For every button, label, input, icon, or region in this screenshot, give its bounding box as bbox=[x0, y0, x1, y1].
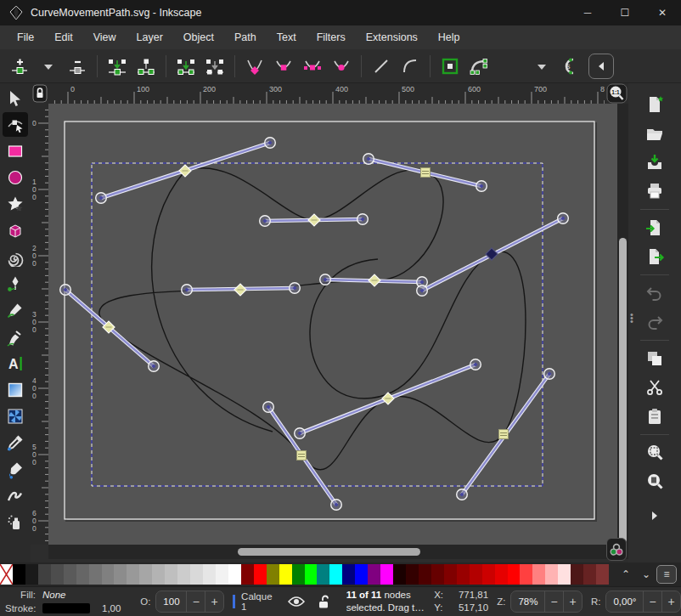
palette-swatch[interactable] bbox=[457, 564, 470, 585]
palette-swatch[interactable] bbox=[25, 564, 38, 585]
opacity-decrease-button[interactable]: − bbox=[186, 591, 205, 613]
palette-swatch[interactable] bbox=[583, 564, 596, 585]
palette-swatch[interactable] bbox=[380, 564, 393, 585]
palette-swatch[interactable] bbox=[267, 564, 279, 585]
more-options-dropdown-button[interactable] bbox=[527, 54, 556, 79]
stroke-width-value[interactable]: 1,00 bbox=[102, 602, 121, 615]
palette-swatch[interactable] bbox=[114, 564, 127, 585]
palette-swatch[interactable] bbox=[216, 564, 228, 585]
path-node-cusp[interactable] bbox=[499, 430, 509, 439]
palette-swatch[interactable] bbox=[495, 564, 508, 585]
palette-scroll-up[interactable]: ⌃ bbox=[616, 565, 636, 584]
menu-object[interactable]: Object bbox=[173, 28, 224, 47]
calligraphy-tool[interactable] bbox=[3, 325, 28, 349]
palette-swatch[interactable] bbox=[190, 564, 203, 585]
palette-swatch[interactable] bbox=[64, 564, 76, 585]
palette-swatch-none[interactable] bbox=[0, 564, 13, 585]
menu-layer[interactable]: Layer bbox=[127, 28, 173, 47]
pencil-tool[interactable] bbox=[3, 298, 28, 323]
selector-tool[interactable] bbox=[3, 86, 28, 110]
palette-swatch[interactable] bbox=[342, 564, 355, 585]
palette-swatch[interactable] bbox=[76, 564, 89, 585]
duplicate-button[interactable] bbox=[640, 346, 669, 371]
cut-button[interactable] bbox=[640, 375, 669, 400]
layer-visibility-toggle[interactable] bbox=[285, 591, 307, 612]
text-tool[interactable]: A bbox=[3, 351, 28, 376]
expand-panel-button[interactable] bbox=[640, 503, 669, 528]
palette-swatch[interactable] bbox=[228, 564, 241, 585]
paint-bucket-tool[interactable] bbox=[3, 457, 28, 482]
rotation-spinbox[interactable]: 0,00° − + bbox=[605, 591, 681, 613]
vertical-scrollbar-thumb[interactable] bbox=[619, 238, 627, 544]
zoom-decrease-button[interactable]: − bbox=[544, 591, 563, 613]
save-document-button[interactable] bbox=[640, 150, 669, 175]
palette-swatch[interactable] bbox=[482, 564, 495, 585]
palette-swatch[interactable] bbox=[545, 564, 558, 585]
palette-swatch[interactable] bbox=[292, 564, 305, 585]
export-image-button[interactable] bbox=[640, 244, 669, 269]
palette-swatch[interactable] bbox=[254, 564, 267, 585]
undo-button[interactable] bbox=[640, 280, 669, 306]
palette-swatch[interactable] bbox=[596, 564, 609, 585]
palette-swatch[interactable] bbox=[13, 564, 25, 585]
palette-swatch[interactable] bbox=[177, 564, 190, 585]
zoom-spinbox[interactable]: 78% − + bbox=[510, 591, 583, 613]
horizontal-scrollbar-thumb[interactable] bbox=[238, 548, 420, 556]
import-image-button[interactable] bbox=[640, 215, 669, 240]
opacity-increase-button[interactable]: + bbox=[205, 591, 223, 613]
menu-help[interactable]: Help bbox=[428, 28, 470, 47]
palette-swatch[interactable] bbox=[368, 564, 380, 585]
menu-text[interactable]: Text bbox=[267, 28, 307, 47]
opacity-spinbox[interactable]: 100 − + bbox=[155, 591, 224, 613]
segment-line-button[interactable] bbox=[367, 54, 396, 79]
path-node-cusp[interactable] bbox=[421, 168, 431, 178]
delete-node-button[interactable] bbox=[63, 54, 92, 79]
menu-filters[interactable]: Filters bbox=[307, 28, 356, 47]
fill-stroke-indicator[interactable]: Fill: None Stroke: 1,00 bbox=[0, 588, 135, 615]
palette-swatch[interactable] bbox=[102, 564, 115, 585]
node-tool[interactable] bbox=[3, 112, 28, 137]
break-nodes-button[interactable] bbox=[132, 54, 160, 79]
palette-swatch[interactable] bbox=[355, 564, 368, 585]
palette-swatch[interactable] bbox=[241, 564, 254, 585]
object-to-path-button[interactable] bbox=[436, 54, 464, 79]
palette-swatch[interactable] bbox=[508, 564, 521, 585]
gradient-tool[interactable] bbox=[3, 377, 28, 402]
menu-path[interactable]: Path bbox=[224, 28, 267, 47]
rectangle-tool[interactable] bbox=[3, 138, 28, 163]
palette-swatch[interactable] bbox=[317, 564, 329, 585]
insert-node-dropdown-button[interactable] bbox=[34, 54, 63, 79]
palette-swatch[interactable] bbox=[431, 564, 444, 585]
dropper-tool[interactable] bbox=[3, 431, 28, 455]
palette-swatch[interactable] bbox=[520, 564, 532, 585]
maximize-button[interactable]: ☐ bbox=[606, 0, 644, 25]
new-document-button[interactable] bbox=[640, 92, 669, 117]
opacity-value[interactable]: 100 bbox=[156, 596, 186, 607]
minimize-button[interactable]: ─ bbox=[569, 0, 606, 25]
tweak-tool[interactable] bbox=[3, 483, 28, 508]
color-managed-view-toggle[interactable] bbox=[606, 538, 627, 561]
path-node-cusp[interactable] bbox=[297, 451, 307, 461]
palette-swatch[interactable] bbox=[38, 564, 51, 585]
rotation-increase-button[interactable]: + bbox=[661, 591, 680, 613]
palette-swatch[interactable] bbox=[558, 564, 571, 585]
palette-swatch[interactable] bbox=[419, 564, 431, 585]
show-transform-handles-button[interactable]: s bbox=[556, 54, 585, 79]
collapse-panel-button[interactable] bbox=[588, 54, 614, 79]
delete-segment-button[interactable] bbox=[200, 54, 229, 79]
palette-swatch[interactable] bbox=[406, 564, 419, 585]
zoom-selection-button[interactable] bbox=[640, 440, 669, 466]
zoom-1-1-button[interactable]: 1:1 bbox=[605, 83, 628, 104]
palette-scroll-down[interactable]: ⌄ bbox=[636, 565, 656, 584]
spiral-tool[interactable] bbox=[3, 245, 28, 269]
join-with-segment-button[interactable] bbox=[172, 54, 200, 79]
open-document-button[interactable] bbox=[640, 121, 669, 146]
ellipse-tool[interactable] bbox=[3, 166, 28, 190]
horizontal-scrollbar[interactable] bbox=[48, 545, 617, 559]
drawing-canvas[interactable] bbox=[48, 104, 617, 545]
menu-extensions[interactable]: Extensions bbox=[356, 28, 428, 47]
vertical-ruler[interactable]: 0100200300400500600 bbox=[31, 104, 48, 545]
layer-lock-toggle[interactable] bbox=[312, 591, 335, 612]
segment-curve-button[interactable] bbox=[396, 54, 425, 79]
node-symmetric-button[interactable] bbox=[298, 54, 327, 79]
